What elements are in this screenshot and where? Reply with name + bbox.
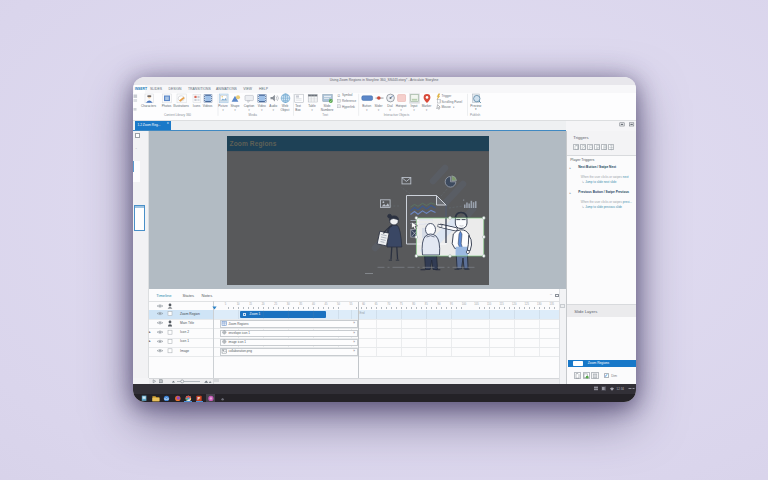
svg-text:Mouse: Mouse <box>441 105 451 109</box>
svg-text:12:34: 12:34 <box>616 387 624 391</box>
svg-text:▾: ▾ <box>453 106 455 109</box>
svg-text:Ω: Ω <box>337 94 340 98</box>
svg-text:Hyperlink: Hyperlink <box>342 105 355 109</box>
svg-text:Symbol: Symbol <box>342 94 353 98</box>
svg-text:Reference: Reference <box>342 99 357 103</box>
svg-text:Zoom Regions: Zoom Regions <box>230 140 277 148</box>
svg-text:Trigger: Trigger <box>441 94 451 98</box>
svg-text:Scrolling Panel: Scrolling Panel <box>441 100 462 104</box>
